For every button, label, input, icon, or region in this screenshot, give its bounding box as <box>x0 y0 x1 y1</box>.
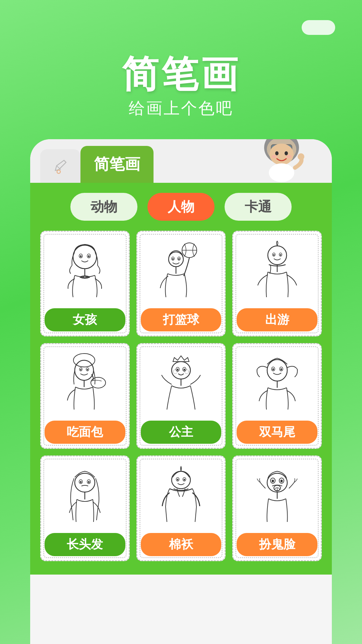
svg-point-61 <box>172 471 190 489</box>
card-bread-label: 吃面包 <box>45 421 125 444</box>
top-toggle[interactable] <box>302 20 335 35</box>
svg-point-5 <box>269 144 294 165</box>
card-basketball[interactable]: 打篮球 <box>136 231 226 336</box>
card-twintails-image <box>233 344 321 418</box>
svg-point-70 <box>280 480 283 482</box>
svg-point-41 <box>172 362 190 379</box>
svg-point-65 <box>184 479 185 480</box>
drawing-grid: 女孩 <box>40 231 322 561</box>
card-travel-image <box>233 232 321 306</box>
pencil-icon <box>52 158 69 174</box>
card-basketball-image <box>137 232 225 306</box>
card-twintails-label: 双马尾 <box>237 421 317 444</box>
category-people[interactable]: 人物 <box>147 193 215 221</box>
svg-point-25 <box>178 258 180 260</box>
card-bread-image <box>41 344 129 418</box>
active-tab-label: 简笔画 <box>94 154 140 175</box>
card-longhair-image <box>41 457 129 530</box>
category-row: 动物 人物 卡通 <box>40 193 322 221</box>
svg-point-53 <box>280 368 282 370</box>
svg-point-34 <box>75 360 94 380</box>
card-bread[interactable]: 吃面包 <box>40 343 130 449</box>
pencil-tab[interactable] <box>40 149 80 183</box>
card-funny[interactable]: 扮鬼脸 <box>232 455 322 561</box>
card-girl[interactable]: 女孩 <box>40 231 130 336</box>
content-area: 动物 人物 卡通 <box>30 183 332 575</box>
card-basketball-label: 打篮球 <box>141 308 222 331</box>
card-longhair-label: 长头发 <box>45 533 125 556</box>
card-princess-image <box>137 344 225 418</box>
card-funny-image <box>233 457 321 530</box>
svg-point-55 <box>75 473 95 492</box>
svg-point-52 <box>272 368 274 370</box>
card-sweater-image <box>137 457 225 530</box>
svg-point-58 <box>80 481 82 483</box>
card-header: 简笔画 <box>30 139 332 183</box>
card-girl-image <box>41 232 129 306</box>
card-princess-label: 公主 <box>141 421 222 444</box>
svg-point-59 <box>88 481 90 483</box>
svg-point-24 <box>172 258 174 260</box>
title-area: 简笔画 给画上个色吧 <box>122 54 240 119</box>
svg-point-37 <box>80 369 81 371</box>
svg-point-15 <box>80 255 82 257</box>
svg-point-9 <box>286 155 292 158</box>
card-travel-label: 出游 <box>237 308 317 331</box>
svg-point-30 <box>273 254 275 256</box>
svg-point-11 <box>298 153 304 160</box>
svg-point-42 <box>173 370 177 374</box>
svg-point-64 <box>177 479 178 480</box>
svg-point-7 <box>285 151 288 155</box>
card-longhair[interactable]: 长头发 <box>40 455 130 561</box>
svg-point-46 <box>177 369 178 371</box>
svg-point-31 <box>280 254 281 256</box>
card-girl-label: 女孩 <box>45 308 125 331</box>
svg-point-49 <box>267 360 287 381</box>
svg-point-16 <box>88 255 90 257</box>
app-title: 简笔画 <box>122 54 240 94</box>
category-animals[interactable]: 动物 <box>70 193 137 221</box>
svg-point-69 <box>272 480 274 482</box>
svg-point-38 <box>87 369 88 371</box>
svg-point-27 <box>268 246 287 265</box>
app-subtitle: 给画上个色吧 <box>122 98 240 119</box>
active-tab[interactable]: 简笔画 <box>80 146 154 183</box>
background: 简笔画 给画上个色吧 简笔画 <box>0 0 362 644</box>
svg-point-21 <box>169 252 183 267</box>
card-funny-label: 扮鬼脸 <box>237 533 317 556</box>
svg-point-43 <box>185 370 189 374</box>
svg-point-47 <box>183 369 185 371</box>
card-princess[interactable]: 公主 <box>136 343 226 449</box>
card-twintails[interactable]: 双马尾 <box>232 343 322 449</box>
svg-point-8 <box>272 155 277 158</box>
mascot <box>251 139 312 183</box>
svg-point-10 <box>269 163 294 182</box>
card-sweater-label: 棉袄 <box>141 533 222 556</box>
main-card: 简笔画 <box>30 139 332 644</box>
category-cartoon[interactable]: 卡通 <box>225 193 292 221</box>
svg-point-6 <box>275 151 279 155</box>
svg-point-0 <box>57 170 60 173</box>
svg-point-12 <box>73 245 97 269</box>
card-travel[interactable]: 出游 <box>232 231 322 336</box>
card-sweater[interactable]: 棉袄 <box>136 455 226 561</box>
